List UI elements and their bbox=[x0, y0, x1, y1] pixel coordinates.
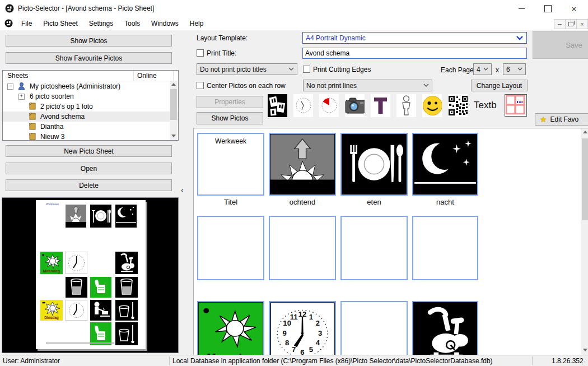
collapse-expander-icon[interactable]: − bbox=[7, 84, 13, 90]
picto-cell-empty[interactable] bbox=[340, 216, 408, 280]
each-page-rows-dropdown[interactable]: 6 bbox=[503, 63, 526, 75]
print-lines-dropdown[interactable]: No not print lines bbox=[303, 80, 432, 91]
picto-caption: Titel bbox=[197, 198, 264, 206]
sheet-icon bbox=[29, 113, 36, 122]
scroll-up-icon[interactable] bbox=[171, 83, 176, 86]
expand-expander-icon[interactable]: + bbox=[18, 94, 25, 100]
tree-scrollbar-thumb[interactable] bbox=[170, 89, 177, 120]
picto-cell-maandag[interactable]: Maandag bbox=[197, 301, 264, 355]
menu-file[interactable]: File bbox=[16, 17, 38, 30]
properties-button[interactable]: Properties bbox=[197, 96, 263, 108]
menu-settings[interactable]: Settings bbox=[83, 17, 119, 30]
print-title-checkbox[interactable] bbox=[197, 49, 204, 57]
mdi-minimize-button[interactable] bbox=[554, 19, 566, 29]
layout-template-combobox[interactable]: A4 Portrait Dynamic bbox=[302, 32, 527, 44]
tree-item-my-pictosheets[interactable]: − My pictosheets (Administrator) bbox=[3, 81, 178, 91]
minimize-button[interactable] bbox=[512, 2, 531, 15]
pictos-stack-icon[interactable] bbox=[268, 94, 287, 117]
each-page-label: Each Page bbox=[441, 66, 474, 74]
page-preview[interactable]: Werkweek Maandag bbox=[2, 197, 179, 353]
picto-cell-ochtend[interactable] bbox=[269, 133, 336, 196]
grid-scrollbar-thumb[interactable] bbox=[582, 138, 588, 220]
qr-code-icon[interactable] bbox=[448, 94, 468, 117]
tree-scrollbar[interactable] bbox=[170, 81, 178, 140]
picto-cell-eten[interactable] bbox=[340, 133, 408, 196]
picto-cell-empty[interactable] bbox=[269, 216, 336, 280]
preview-picto-hometrainer bbox=[115, 252, 138, 274]
menu-tools[interactable]: Tools bbox=[119, 17, 146, 30]
mdi-close-button[interactable]: × bbox=[576, 19, 588, 29]
picto-cell-hometrainer[interactable] bbox=[412, 301, 478, 355]
menu-windows[interactable]: Windows bbox=[146, 17, 184, 30]
status-bar: User: Administrator Local Database in ap… bbox=[0, 355, 588, 366]
menu-picto-sheet[interactable]: Picto Sheet bbox=[38, 17, 83, 30]
svg-text:11: 11 bbox=[290, 313, 298, 321]
preview-picto-ochtend bbox=[66, 205, 86, 228]
maximize-button[interactable] bbox=[538, 2, 557, 15]
scroll-down-icon[interactable] bbox=[171, 135, 176, 137]
print-cutting-edges-label: Print Cutting Edges bbox=[313, 66, 371, 73]
picto-cell-titel[interactable]: Werkweek bbox=[197, 133, 264, 196]
save-button[interactable]: Save bbox=[533, 31, 588, 59]
print-title-input[interactable] bbox=[302, 48, 527, 59]
svg-text:Dinsdag: Dinsdag bbox=[44, 316, 59, 320]
preview-picto-duim-2 bbox=[90, 322, 111, 345]
tree-item-avond-schema[interactable]: Avond schema bbox=[3, 112, 178, 122]
picto-cell-klok[interactable]: 121234567891011 bbox=[269, 301, 336, 355]
picto-cell-nacht[interactable] bbox=[412, 133, 478, 196]
tree-header-sheets[interactable]: Sheets bbox=[7, 72, 28, 80]
window-title: Picto-Selector - [Avond schema - Picto S… bbox=[18, 4, 154, 12]
camera-icon[interactable] bbox=[345, 94, 365, 117]
center-pictos-checkbox[interactable] bbox=[197, 82, 204, 89]
scroll-up-icon[interactable] bbox=[583, 131, 587, 133]
table-layout-icon[interactable] bbox=[505, 94, 527, 117]
picto-cell-empty[interactable] bbox=[412, 216, 478, 280]
text-letter-icon[interactable] bbox=[371, 94, 390, 117]
time-timer-icon[interactable] bbox=[319, 94, 339, 117]
chevron-down-icon bbox=[288, 67, 294, 71]
maximize-icon bbox=[544, 5, 552, 12]
smiley-icon[interactable] bbox=[422, 94, 442, 117]
tree-item-picto-soorten[interactable]: + 6 picto soorten bbox=[3, 91, 178, 101]
menu-help[interactable]: Help bbox=[184, 17, 209, 30]
new-picto-sheet-button[interactable]: New Picto Sheet bbox=[6, 145, 172, 157]
title-bar: Picto-Selector - [Avond schema - Picto S… bbox=[0, 0, 588, 17]
status-database: Local Database in application folder (C:… bbox=[172, 357, 493, 365]
svg-text:1: 1 bbox=[309, 313, 313, 321]
picto-caption: nacht bbox=[412, 198, 478, 206]
picto-cell-empty[interactable] bbox=[197, 216, 264, 280]
svg-text:2: 2 bbox=[316, 319, 320, 327]
picto-titles-dropdown[interactable]: Do not print picto titles bbox=[197, 63, 297, 75]
collapse-panel-arrow[interactable]: ‹ bbox=[181, 186, 184, 194]
grid-scrollbar[interactable] bbox=[581, 128, 588, 355]
close-button[interactable]: × bbox=[564, 2, 584, 15]
print-cutting-edges-checkbox[interactable] bbox=[303, 66, 310, 73]
resize-grip[interactable]: ⋰ bbox=[582, 359, 587, 365]
mdi-restore-button[interactable] bbox=[565, 19, 577, 29]
show-pictos-toolbar-button[interactable]: Show Pictos bbox=[197, 112, 263, 124]
delete-button[interactable]: Delete bbox=[6, 179, 172, 191]
svg-text:4: 4 bbox=[316, 340, 320, 347]
preview-picto-dinsdag: Dinsdag bbox=[40, 300, 63, 321]
preview-picto-emmer-zwabber-2 bbox=[115, 322, 138, 345]
edit-favourites-button[interactable]: ★ Edit Favo bbox=[535, 113, 588, 126]
sheet-icon bbox=[29, 123, 36, 132]
show-pictos-button[interactable]: Show Pictos bbox=[6, 35, 172, 47]
open-button[interactable]: Open bbox=[6, 163, 172, 174]
textbox-tool-label[interactable]: Textb bbox=[474, 100, 498, 111]
tree-item-nieuw-3[interactable]: Nieuw 3 bbox=[3, 132, 178, 141]
each-page-cols-dropdown[interactable]: 4 bbox=[473, 63, 492, 75]
svg-text:3: 3 bbox=[318, 330, 322, 337]
scroll-down-icon[interactable] bbox=[583, 349, 587, 351]
print-title-label: Print Title: bbox=[207, 49, 236, 57]
sheets-tree: Sheets Online − My pictosheets (Administ… bbox=[2, 70, 179, 141]
show-favourite-pictos-button[interactable]: Show Favourite Pictos bbox=[6, 52, 172, 64]
tree-item-2-pictos[interactable]: 2 picto's op 1 foto bbox=[3, 101, 178, 112]
change-layout-button[interactable]: Change Layout bbox=[471, 80, 528, 91]
tree-item-diantha[interactable]: Diantha bbox=[3, 122, 178, 132]
picto-cell-empty[interactable] bbox=[340, 301, 408, 355]
tree-header-online[interactable]: Online bbox=[137, 72, 157, 80]
person-outline-icon[interactable] bbox=[396, 94, 416, 117]
clock-icon[interactable] bbox=[293, 94, 313, 117]
preview-picto-emmer-zwabber-1 bbox=[115, 300, 138, 321]
